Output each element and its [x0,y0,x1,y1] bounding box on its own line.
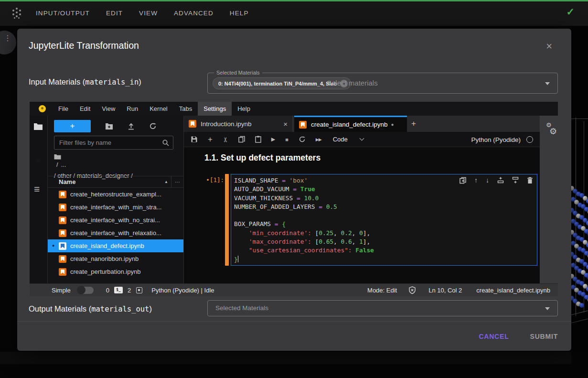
app-menu-edit[interactable]: EDIT [106,10,123,17]
crystal-viewer-edge [571,26,588,378]
copy-icon[interactable] [238,136,245,143]
chevron-down-icon[interactable] [359,136,364,141]
input-materials-select[interactable]: Selected Materials 0: N4Ti4(001), termin… [207,73,558,94]
app-menu-help[interactable]: HELP [230,10,249,17]
selected-materials-legend: Selected Materials [214,70,262,76]
active-cell-bar[interactable] [225,174,229,266]
notebook-icon [59,268,66,276]
kernel-status-text[interactable]: Python (Pyodide) | Idle [151,287,214,294]
new-tab-button[interactable]: + [407,116,420,132]
notebook-panel: Introduction.ipynb × create_island_defec… [183,116,540,283]
cut-icon[interactable]: ✂ [223,136,228,143]
file-row[interactable]: create_heterostructure_exampl... [48,188,183,201]
submit-button[interactable]: SUBMIT [530,333,558,340]
notebook-content[interactable]: 1.1. Set up defect parameters •[1]: ISLA… [184,147,540,283]
cancel-button[interactable]: CANCEL [479,333,509,340]
kernel-status-icon[interactable] [526,136,533,143]
unsaved-dot: ● [391,122,394,127]
upload-icon[interactable] [128,122,135,130]
tab-create-island-defect[interactable]: create_island_defect.ipynb ● [294,116,407,132]
new-folder-icon[interactable] [105,123,113,130]
insert-cell-below-icon[interactable] [512,177,519,184]
chevron-down-icon[interactable] [545,307,550,310]
atom-sphere [586,243,588,248]
jupyter-menu-run[interactable]: Run [121,102,144,116]
move-cell-up-icon[interactable]: ↑ [474,176,478,184]
new-launcher-button[interactable]: + [54,120,91,132]
top-app-bar: INPUT/OUTPUTEDITVIEWADVANCEDHELP ✓ [0,0,588,26]
file-row[interactable]: create_interface_with_no_strai... [48,214,183,227]
paste-icon[interactable] [255,136,261,143]
jupyter-menubar: FileEditViewRunKernelTabsSettingsHelp [30,102,558,116]
more-column-header[interactable]: ... [175,177,180,184]
jupyter-menu-file[interactable]: File [53,102,74,116]
file-row[interactable]: create_interface_with_relaxatio... [48,227,183,239]
app-menu-view[interactable]: VIEW [139,10,158,17]
jupyter-menu-edit[interactable]: Edit [74,102,96,116]
app-menu-input-output[interactable]: INPUT/OUTPUT [36,10,90,17]
jupyter-menu-kernel[interactable]: Kernel [144,102,173,116]
atom-sphere [586,287,588,292]
table-of-contents-tab-icon[interactable]: ≡ [34,184,40,194]
background-bottom [0,351,588,378]
file-browser-panel: + [48,116,183,283]
output-materials-select[interactable]: Selected Materials [207,300,558,316]
duplicate-cell-icon[interactable] [460,177,466,184]
notebook-icon [59,255,66,263]
notebook-icon [59,204,66,211]
cell-toolbar: ↑ ↓ [460,176,533,184]
tab-close-icon[interactable]: × [283,120,288,128]
file-name: create_nanoribbon.ipynb [70,255,139,262]
code-editor[interactable]: ISLAND_SHAPE = 'box'AUTO_ADD_VACUUM = Tr… [231,174,537,266]
cell-type-dropdown[interactable]: Code [333,136,348,143]
stop-icon[interactable]: ■ [285,137,289,142]
jupyter-menu-tabs[interactable]: Tabs [173,102,198,116]
kernel-name-button[interactable]: Python (Pyodide) [471,136,521,143]
move-cell-down-icon[interactable]: ↓ [486,176,489,184]
simple-mode-toggle[interactable] [77,287,94,294]
check-icon[interactable]: ✓ [566,6,575,18]
file-row[interactable]: create_nanoribbon.ipynb [48,252,183,265]
folder-icon[interactable] [54,154,133,160]
chevron-down-icon[interactable] [545,82,550,85]
app-grid-icon[interactable] [11,8,23,19]
code-line: 'max_coordinate': [0.65, 0.6, 1], [234,238,534,246]
code-line: VACUUM_THICKNESS = 10.0 [234,194,534,203]
close-icon[interactable]: × [546,41,552,52]
cursor-position[interactable]: Ln 10, Col 2 [428,287,462,294]
run-icon[interactable]: ▶ [271,136,275,142]
notebook-icon [59,216,66,224]
file-row[interactable]: create_interface_with_min_stra... [48,201,183,214]
insert-cell-icon[interactable]: + [208,135,213,144]
file-browser-tab-icon[interactable] [33,122,43,131]
jupyterlite-transformation-dialog: JupyterLite Transformation × Input Mater… [17,29,571,351]
terminals-count[interactable]: 0 [106,287,109,294]
simple-mode-label: Simple [52,287,71,294]
file-row[interactable]: create_perturbation.ipynb [48,265,183,278]
insert-cell-above-icon[interactable] [497,177,504,184]
file-list-header[interactable]: Name ▲ ... [48,176,183,188]
jupyter-menu-help[interactable]: Help [232,102,256,116]
delete-cell-icon[interactable] [527,177,533,184]
widget-settings-icon[interactable]: ⚙⚙ [545,122,561,140]
kernels-count[interactable]: 2 [128,287,131,294]
restart-run-all-icon[interactable]: ▶▶ [316,137,321,142]
file-row[interactable]: ●create_island_defect.ipynb [48,239,183,252]
editor-mode[interactable]: Mode: Edit [367,287,397,294]
file-name: create_interface_with_no_strai... [70,216,160,224]
restart-kernel-icon[interactable] [299,136,306,143]
filter-files-input[interactable] [54,136,173,149]
refresh-icon[interactable] [149,122,157,130]
markdown-heading[interactable]: 1.1. Set up defect parameters [204,153,321,163]
file-name: create_island_defect.ipynb [70,242,144,249]
code-line: } [234,255,534,264]
atom-sphere [586,265,588,270]
jupyter-menu-settings[interactable]: Settings [198,102,232,116]
jupyter-menu-view[interactable]: View [96,102,121,116]
save-icon[interactable] [191,136,198,143]
app-menu-advanced[interactable]: ADVANCED [174,10,214,17]
tab-introduction[interactable]: Introduction.ipynb × [184,116,293,132]
app-menu-bar: INPUT/OUTPUTEDITVIEWADVANCEDHELP [36,10,249,17]
dialog-title: JupyterLite Transformation [29,40,139,51]
shield-x-icon[interactable] [408,286,416,294]
